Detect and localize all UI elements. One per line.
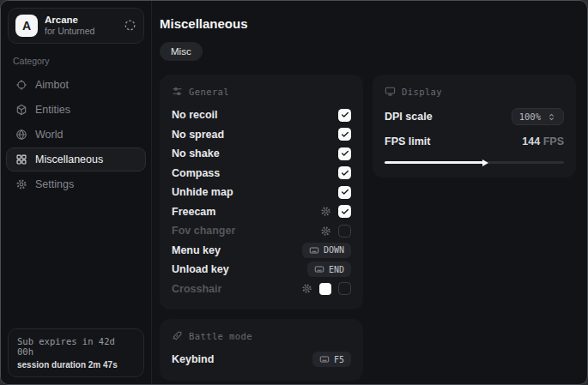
setting-row-fov-changer: Fov changer	[170, 221, 353, 241]
compass-checkbox[interactable]	[338, 166, 351, 179]
sync-button[interactable]	[124, 19, 136, 32]
app-name: Arcane	[45, 14, 94, 26]
setting-label: Fov changer	[172, 225, 235, 237]
setting-row-unload-key: Unload key END	[170, 260, 353, 280]
dpi-scale-value: 100%	[519, 111, 541, 122]
setting-label: Freecam	[172, 206, 215, 218]
app-header-card: A Arcane for Unturned	[8, 8, 144, 44]
check-icon	[341, 208, 349, 216]
fps-slider-fill	[385, 161, 483, 164]
sidebar-item-settings[interactable]: Settings	[6, 172, 146, 196]
tab-misc[interactable]: Misc	[160, 42, 203, 61]
sidebar: A Arcane for Unturned Category	[1, 1, 152, 384]
setting-row-battle-keybind: Keybind F5	[170, 350, 353, 370]
sidebar-item-miscellaneous[interactable]: Miscellaneous	[6, 147, 146, 171]
category-label: Category	[13, 56, 139, 66]
fps-slider-thumb[interactable]	[482, 159, 488, 166]
panels-grid: General No recoil No spread	[160, 75, 576, 381]
setting-row-fps-limit: FPS limit 144 FPS	[383, 131, 566, 152]
setting-row-no-shake: No shake	[170, 144, 353, 164]
setting-row-no-recoil: No recoil	[170, 105, 353, 125]
sidebar-item-world[interactable]: World	[6, 123, 146, 147]
check-icon	[341, 188, 349, 196]
setting-row-freecam: Freecam	[170, 202, 353, 222]
setting-row-unhide-map: Unhide map	[170, 183, 353, 202]
main-content: Miscellaneous Misc General No rec	[152, 1, 588, 384]
app-window: A Arcane for Unturned Category	[0, 0, 588, 385]
general-panel-header: General	[172, 86, 351, 97]
setting-label: Compass	[172, 167, 220, 179]
no-recoil-checkbox[interactable]	[338, 109, 351, 122]
display-panel: Display DPI scale 100%	[373, 75, 576, 177]
fps-limit-value: 144 FPS	[522, 135, 564, 147]
crosshair-icon	[15, 79, 27, 91]
setting-label: Unload key	[172, 263, 229, 275]
keyboard-icon	[314, 264, 324, 274]
setting-label: Keybind	[172, 353, 214, 365]
gear-icon	[320, 206, 331, 217]
grid-icon	[15, 153, 27, 165]
sidebar-item-label: Entities	[35, 104, 70, 116]
setting-row-dpi-scale: DPI scale 100%	[383, 105, 566, 128]
check-icon	[341, 149, 349, 158]
session-duration-text: session duration 2m 47s	[17, 360, 135, 370]
display-panel-header: Display	[385, 86, 564, 97]
keyboard-icon	[309, 245, 319, 256]
unhide-map-checkbox[interactable]	[338, 186, 351, 199]
fps-unit: FPS	[543, 135, 564, 147]
sliders-icon	[172, 86, 183, 97]
app-logo: A	[15, 15, 38, 37]
battle-keybind-button[interactable]: F5	[312, 352, 351, 367]
no-shake-checkbox[interactable]	[338, 147, 351, 160]
keybind-value: DOWN	[324, 245, 344, 255]
sidebar-item-label: World	[35, 129, 63, 141]
sidebar-item-label: Aimbot	[35, 79, 69, 91]
keyboard-icon	[319, 354, 330, 364]
sidebar-item-label: Settings	[35, 178, 74, 190]
app-title-block: Arcane for Unturned	[45, 14, 94, 38]
crosshair-checkbox[interactable]	[338, 282, 351, 295]
setting-row-compass: Compass	[170, 164, 353, 183]
setting-label: No shake	[172, 147, 220, 159]
keybind-value: END	[329, 265, 344, 274]
freecam-settings-button[interactable]	[320, 206, 331, 217]
check-icon	[341, 130, 349, 139]
fps-limit-slider[interactable]	[385, 161, 564, 164]
app-subtitle: for Unturned	[45, 26, 94, 37]
unload-key-keybind-button[interactable]: END	[307, 262, 351, 277]
check-icon	[341, 111, 349, 119]
setting-label: DPI scale	[385, 111, 433, 123]
loader-icon	[124, 19, 136, 32]
gear-icon	[301, 283, 312, 294]
globe-icon	[15, 129, 27, 141]
chevrons-up-down-icon	[547, 112, 556, 122]
crosshair-color-swatch[interactable]	[319, 283, 331, 295]
setting-label: Menu key	[172, 244, 221, 256]
display-panel-title: Display	[402, 87, 442, 97]
battle-mode-panel-header: Battle mode	[172, 330, 351, 341]
sidebar-item-entities[interactable]: Entities	[6, 98, 146, 122]
setting-label: No spread	[172, 129, 224, 141]
subscription-status-card: Sub expires in 42d 00h session duration …	[8, 328, 144, 377]
setting-label: FPS limit	[385, 135, 430, 147]
sidebar-item-label: Miscellaneous	[35, 153, 103, 165]
sidebar-item-aimbot[interactable]: Aimbot	[6, 73, 146, 97]
freecam-checkbox[interactable]	[338, 205, 351, 218]
right-column: Display DPI scale 100%	[373, 75, 576, 177]
sword-icon	[172, 330, 183, 341]
cube-icon	[15, 104, 27, 116]
dpi-scale-select[interactable]: 100%	[512, 108, 564, 125]
sidebar-nav: Aimbot Entities World	[1, 73, 151, 196]
left-column: General No recoil No spread	[160, 75, 363, 381]
no-spread-checkbox[interactable]	[338, 128, 351, 141]
crosshair-settings-button[interactable]	[301, 283, 312, 294]
check-icon	[341, 169, 349, 177]
fps-number: 144	[522, 135, 540, 147]
fov-changer-checkbox[interactable]	[338, 225, 351, 238]
battle-mode-panel: Battle mode Keybind F5	[160, 319, 363, 381]
menu-key-keybind-button[interactable]: DOWN	[302, 243, 351, 258]
sub-expires-text: Sub expires in 42d 00h	[17, 336, 135, 357]
fov-changer-settings-button[interactable]	[320, 226, 331, 237]
battle-mode-panel-title: Battle mode	[189, 331, 252, 341]
setting-label: Crosshair	[172, 283, 221, 295]
